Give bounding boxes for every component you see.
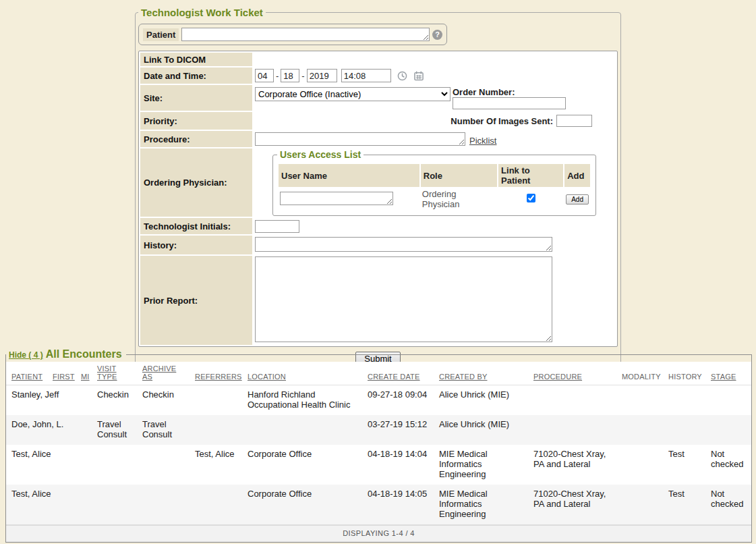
cell-referrers xyxy=(190,385,242,416)
cell-archive-as xyxy=(137,485,190,524)
cell-created-by: Alice Uhrick (MIE) xyxy=(434,415,528,445)
column-header-link-to-patient: Link to Patient xyxy=(498,164,563,187)
encounter-row[interactable]: Test, Alice Test, Alice Corporate Office… xyxy=(6,445,751,485)
link-to-patient-checkbox[interactable] xyxy=(527,194,535,202)
column-header-stage[interactable]: STAGE xyxy=(705,362,751,385)
cell-visit-type: Travel Consult xyxy=(92,415,137,445)
cell-history xyxy=(663,415,705,445)
cell-visit-type xyxy=(92,485,137,524)
cell-patient: Test, Alice xyxy=(6,485,92,524)
add-user-button[interactable]: Add xyxy=(566,194,589,205)
column-header-create-date[interactable]: CREATE DATE xyxy=(362,362,434,385)
date-day-input[interactable] xyxy=(281,69,299,82)
cell-history: Test xyxy=(663,485,705,524)
history-input[interactable] xyxy=(255,237,552,252)
user-name-input[interactable] xyxy=(280,192,393,205)
order-number-input[interactable] xyxy=(453,97,566,109)
work-ticket-form: Technologist Work Ticket Patient ? Link … xyxy=(135,7,621,371)
page: Technologist Work Ticket Patient ? Link … xyxy=(0,0,756,544)
link-to-dicom-header: Link To DICOM xyxy=(140,53,252,66)
column-header-first[interactable]: FIRST xyxy=(47,362,76,385)
column-header-visit-type[interactable]: VISIT TYPE xyxy=(92,362,137,385)
cell-location: Corporate Office xyxy=(242,445,362,485)
calendar-icon[interactable] xyxy=(413,71,424,81)
cell-patient: Test, Alice xyxy=(6,445,92,485)
history-label: History: xyxy=(140,236,252,254)
column-header-created-by[interactable]: CREATED BY xyxy=(434,362,528,385)
tech-initials-label: Technologist Initials: xyxy=(140,218,252,234)
column-header-patient[interactable]: PATIENT xyxy=(6,362,47,385)
help-icon[interactable]: ? xyxy=(432,30,442,40)
cell-referrers: Test, Alice xyxy=(190,445,242,485)
column-header-location[interactable]: LOCATION xyxy=(242,362,362,385)
encounter-row[interactable]: Test, Alice Corporate Office 04-18-19 14… xyxy=(6,485,751,524)
date-time-inputs: - - xyxy=(255,69,614,82)
cell-stage: Not checked xyxy=(705,445,751,485)
cell-referrers xyxy=(190,485,242,524)
column-header-mi[interactable]: MI xyxy=(76,362,92,385)
date-month-input[interactable] xyxy=(255,69,274,82)
clock-icon[interactable] xyxy=(397,71,407,81)
cell-visit-type xyxy=(92,445,137,485)
form-title: Technologist Work Ticket xyxy=(138,7,266,18)
cell-referrers xyxy=(190,415,242,445)
images-sent-input[interactable] xyxy=(556,115,592,127)
date-separator: - xyxy=(301,71,304,81)
encounter-row[interactable]: Stanley, Jeff Checkin Checkin Hanford Ri… xyxy=(6,385,751,416)
site-select[interactable]: Corporate Office (Inactive) xyxy=(255,87,450,101)
hide-link[interactable]: Hide ( 4 ) xyxy=(9,350,43,360)
picklist-link[interactable]: Picklist xyxy=(469,136,496,146)
users-access-list-title: Users Access List xyxy=(277,149,364,160)
patient-row: Patient ? xyxy=(138,24,447,45)
cell-archive-as: Checkin xyxy=(137,385,190,416)
order-number-group: Order Number: xyxy=(453,87,566,109)
cell-created-by: MIE Medical Informatics Engineering xyxy=(434,445,528,485)
time-input[interactable] xyxy=(341,69,391,82)
cell-procedure xyxy=(528,385,616,416)
images-sent-label: Number Of Images Sent: xyxy=(450,116,553,126)
order-number-label: Order Number: xyxy=(453,87,566,97)
column-header-role: Role xyxy=(421,164,497,187)
encounters-header-row: PATIENT FIRST MI VISIT TYPE ARCHIVE AS R… xyxy=(6,362,751,385)
date-separator: - xyxy=(276,71,279,81)
all-encounters-section: Hide ( 4 )All Encounters PATIENT FIRST M… xyxy=(5,348,752,543)
cell-modality xyxy=(616,445,663,485)
cell-archive-as: Travel Consult xyxy=(137,415,190,445)
cell-archive-as xyxy=(137,445,190,485)
cell-location: Corporate Office xyxy=(242,485,362,524)
cell-patient: Doe, John, L. xyxy=(6,415,92,445)
cell-create-date: 03-27-19 15:12 xyxy=(362,415,434,445)
role-value: Ordering Physician xyxy=(422,189,460,209)
column-header-modality: MODALITY xyxy=(616,362,663,385)
procedure-input[interactable] xyxy=(255,132,465,146)
patient-input[interactable] xyxy=(181,28,430,41)
encounter-row[interactable]: Doe, John, L. Travel Consult Travel Cons… xyxy=(6,415,751,445)
cell-procedure: 71020-Chest Xray, PA and Lateral xyxy=(528,445,616,485)
cell-patient: Stanley, Jeff xyxy=(6,385,92,416)
procedure-label: Procedure: xyxy=(140,131,252,147)
cell-visit-type: Checkin xyxy=(92,385,137,416)
link-to-dicom-value xyxy=(254,53,616,66)
cell-stage: Not checked xyxy=(705,485,751,524)
encounters-legend: Hide ( 4 )All Encounters xyxy=(6,348,126,360)
prior-report-input[interactable] xyxy=(255,256,552,342)
tech-initials-input[interactable] xyxy=(255,220,299,233)
cell-stage xyxy=(705,415,751,445)
cell-location: Hanford Richland Occupational Health Cli… xyxy=(242,385,362,416)
column-header-referrers[interactable]: REFERRERS xyxy=(190,362,242,385)
date-year-input[interactable] xyxy=(307,69,337,82)
column-header-procedure[interactable]: PROCEDURE xyxy=(528,362,616,385)
column-header-user-name: User Name xyxy=(279,164,419,187)
encounters-title: All Encounters xyxy=(46,348,122,360)
cell-modality xyxy=(616,485,663,524)
prior-report-label: Prior Report: xyxy=(140,256,252,345)
patient-label: Patient xyxy=(143,28,179,41)
cell-procedure: 71020-Chest Xray, PA and Lateral xyxy=(528,485,616,524)
cell-modality xyxy=(616,415,663,445)
ordering-physician-label: Ordering Physician: xyxy=(140,148,252,217)
column-header-add: Add xyxy=(564,164,590,187)
cell-modality xyxy=(616,385,663,416)
column-header-archive-as[interactable]: ARCHIVE AS xyxy=(137,362,190,385)
cell-stage xyxy=(705,385,751,416)
cell-history xyxy=(663,385,705,416)
